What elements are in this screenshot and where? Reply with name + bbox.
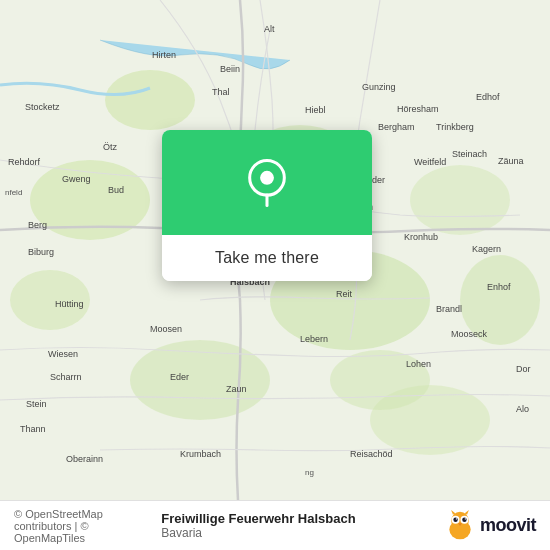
svg-text:Alo: Alo bbox=[516, 404, 529, 414]
svg-text:Bergham: Bergham bbox=[378, 122, 415, 132]
svg-text:ng: ng bbox=[305, 468, 314, 477]
svg-text:Rehdorf: Rehdorf bbox=[8, 157, 41, 167]
svg-text:Zaun: Zaun bbox=[226, 384, 247, 394]
place-region: Bavaria bbox=[161, 526, 432, 540]
svg-text:Stocketz: Stocketz bbox=[25, 102, 60, 112]
svg-text:Mooseck: Mooseck bbox=[451, 329, 488, 339]
svg-text:Hiebl: Hiebl bbox=[305, 105, 326, 115]
svg-text:Beiin: Beiin bbox=[220, 64, 240, 74]
svg-point-61 bbox=[260, 170, 274, 184]
moovit-logo: moovit bbox=[444, 510, 536, 542]
svg-text:nfeld: nfeld bbox=[5, 188, 22, 197]
map-attribution: © OpenStreetMap contributors | © OpenMap… bbox=[14, 508, 149, 544]
svg-text:Scharrn: Scharrn bbox=[50, 372, 82, 382]
svg-text:Thann: Thann bbox=[20, 424, 46, 434]
svg-text:Reisachöd: Reisachöd bbox=[350, 449, 393, 459]
svg-text:Gweng: Gweng bbox=[62, 174, 91, 184]
svg-text:Dor: Dor bbox=[516, 364, 531, 374]
svg-text:Oberainn: Oberainn bbox=[66, 454, 103, 464]
place-name: Freiwillige Feuerwehr Halsbach bbox=[161, 511, 432, 526]
svg-text:Alt: Alt bbox=[264, 24, 275, 34]
svg-text:Bud: Bud bbox=[108, 185, 124, 195]
svg-text:Enhof: Enhof bbox=[487, 282, 511, 292]
moovit-brand-text: moovit bbox=[480, 515, 536, 536]
svg-text:Eder: Eder bbox=[170, 372, 189, 382]
svg-point-3 bbox=[410, 165, 510, 235]
svg-text:Kagern: Kagern bbox=[472, 244, 501, 254]
svg-point-66 bbox=[453, 517, 457, 521]
popup-icon-background bbox=[162, 130, 372, 235]
svg-text:Wiesen: Wiesen bbox=[48, 349, 78, 359]
svg-text:Krumbach: Krumbach bbox=[180, 449, 221, 459]
svg-text:Kronhub: Kronhub bbox=[404, 232, 438, 242]
moovit-owl-icon bbox=[444, 510, 476, 542]
svg-text:Höresham: Höresham bbox=[397, 104, 439, 114]
svg-text:Berg: Berg bbox=[28, 220, 47, 230]
svg-text:Zäuna: Zäuna bbox=[498, 156, 524, 166]
svg-point-68 bbox=[456, 518, 457, 519]
location-pin-icon bbox=[241, 157, 293, 209]
svg-text:Steinach: Steinach bbox=[452, 149, 487, 159]
bottom-info-bar: © OpenStreetMap contributors | © OpenMap… bbox=[0, 500, 550, 550]
location-popup: Take me there bbox=[162, 130, 372, 281]
svg-text:Thal: Thal bbox=[212, 87, 230, 97]
svg-text:Hirten: Hirten bbox=[152, 50, 176, 60]
svg-text:Lebern: Lebern bbox=[300, 334, 328, 344]
svg-text:Gunzing: Gunzing bbox=[362, 82, 396, 92]
place-info: Freiwillige Feuerwehr Halsbach Bavaria bbox=[161, 511, 432, 540]
svg-text:Lohen: Lohen bbox=[406, 359, 431, 369]
svg-text:Stein: Stein bbox=[26, 399, 47, 409]
take-me-there-button[interactable]: Take me there bbox=[162, 235, 372, 281]
svg-point-67 bbox=[462, 517, 466, 521]
svg-text:Edhof: Edhof bbox=[476, 92, 500, 102]
svg-point-69 bbox=[465, 518, 466, 519]
svg-text:Biburg: Biburg bbox=[28, 247, 54, 257]
svg-text:Reit: Reit bbox=[336, 289, 353, 299]
svg-text:Moosen: Moosen bbox=[150, 324, 182, 334]
svg-text:Brandl: Brandl bbox=[436, 304, 462, 314]
map-view: Stocketz Rehdorf Gweng nfeld Ötz Berg Bi… bbox=[0, 0, 550, 500]
svg-text:Trinkberg: Trinkberg bbox=[436, 122, 474, 132]
svg-text:Hütting: Hütting bbox=[55, 299, 84, 309]
svg-point-6 bbox=[105, 70, 195, 130]
svg-text:Ötz: Ötz bbox=[103, 142, 118, 152]
svg-text:Weitfeld: Weitfeld bbox=[414, 157, 446, 167]
